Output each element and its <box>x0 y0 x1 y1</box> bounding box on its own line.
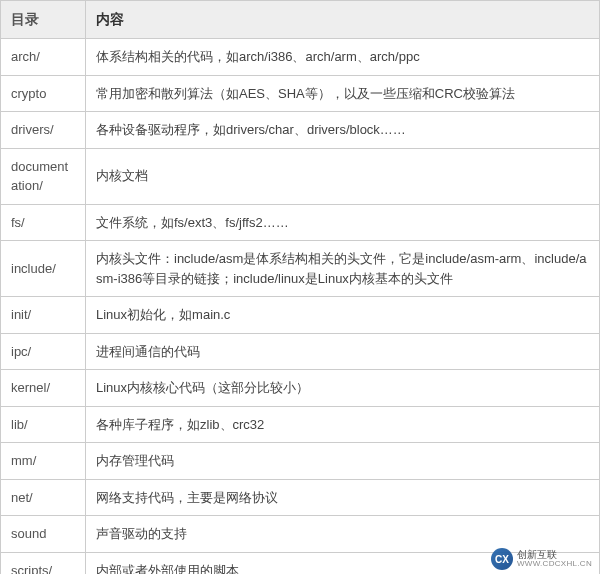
cell-dir: sound <box>1 516 86 553</box>
table-row: sound声音驱动的支持 <box>1 516 600 553</box>
table-body: arch/体系结构相关的代码，如arch/i386、arch/arm、arch/… <box>1 39 600 575</box>
header-dir: 目录 <box>1 1 86 39</box>
cell-desc: 内存管理代码 <box>86 443 600 480</box>
table-row: ipc/进程间通信的代码 <box>1 333 600 370</box>
table-row: drivers/各种设备驱动程序，如drivers/char、drivers/b… <box>1 112 600 149</box>
cell-dir: documentation/ <box>1 148 86 204</box>
watermark-text: 创新互联 WWW.CDCXHL.CN <box>517 549 592 569</box>
cell-desc: 网络支持代码，主要是网络协议 <box>86 479 600 516</box>
table-row: include/内核头文件：include/asm是体系结构相关的头文件，它是i… <box>1 241 600 297</box>
table-row: arch/体系结构相关的代码，如arch/i386、arch/arm、arch/… <box>1 39 600 76</box>
cell-desc: 各种库子程序，如zlib、crc32 <box>86 406 600 443</box>
cell-dir: crypto <box>1 75 86 112</box>
header-desc: 内容 <box>86 1 600 39</box>
cell-desc: Linux初始化，如main.c <box>86 297 600 334</box>
cell-desc: 体系结构相关的代码，如arch/i386、arch/arm、arch/ppc <box>86 39 600 76</box>
table-row: net/网络支持代码，主要是网络协议 <box>1 479 600 516</box>
table-header-row: 目录 内容 <box>1 1 600 39</box>
table-row: crypto常用加密和散列算法（如AES、SHA等），以及一些压缩和CRC校验算… <box>1 75 600 112</box>
watermark: CX 创新互联 WWW.CDCXHL.CN <box>491 548 592 570</box>
cell-desc: 内核文档 <box>86 148 600 204</box>
watermark-subtitle: WWW.CDCXHL.CN <box>517 560 592 569</box>
table-row: fs/文件系统，如fs/ext3、fs/jffs2…… <box>1 204 600 241</box>
cell-dir: mm/ <box>1 443 86 480</box>
cell-dir: arch/ <box>1 39 86 76</box>
table-row: kernel/Linux内核核心代码（这部分比较小） <box>1 370 600 407</box>
cell-dir: ipc/ <box>1 333 86 370</box>
table-row: lib/各种库子程序，如zlib、crc32 <box>1 406 600 443</box>
cell-desc: 各种设备驱动程序，如drivers/char、drivers/block…… <box>86 112 600 149</box>
cell-dir: fs/ <box>1 204 86 241</box>
cell-desc: 常用加密和散列算法（如AES、SHA等），以及一些压缩和CRC校验算法 <box>86 75 600 112</box>
cell-dir: include/ <box>1 241 86 297</box>
cell-dir: init/ <box>1 297 86 334</box>
cell-desc: 进程间通信的代码 <box>86 333 600 370</box>
cell-dir: lib/ <box>1 406 86 443</box>
table-row: documentation/内核文档 <box>1 148 600 204</box>
cell-dir: kernel/ <box>1 370 86 407</box>
cell-desc: Linux内核核心代码（这部分比较小） <box>86 370 600 407</box>
watermark-logo-icon: CX <box>491 548 513 570</box>
cell-dir: drivers/ <box>1 112 86 149</box>
table-row: init/Linux初始化，如main.c <box>1 297 600 334</box>
cell-desc: 声音驱动的支持 <box>86 516 600 553</box>
cell-dir: scripts/ <box>1 552 86 574</box>
cell-desc: 文件系统，如fs/ext3、fs/jffs2…… <box>86 204 600 241</box>
cell-desc: 内核头文件：include/asm是体系结构相关的头文件，它是include/a… <box>86 241 600 297</box>
directory-table: 目录 内容 arch/体系结构相关的代码，如arch/i386、arch/arm… <box>0 0 600 574</box>
cell-dir: net/ <box>1 479 86 516</box>
table-row: mm/内存管理代码 <box>1 443 600 480</box>
